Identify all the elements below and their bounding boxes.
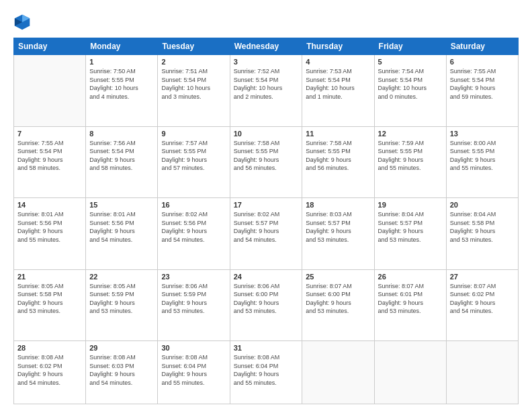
calendar-cell: 26Sunrise: 8:07 AMSunset: 6:01 PMDayligh… [374, 269, 446, 341]
day-number: 18 [306, 201, 370, 209]
calendar-cell: 8Sunrise: 7:56 AMSunset: 5:54 PMDaylight… [86, 126, 158, 198]
day-number: 29 [89, 344, 154, 352]
day-info: Sunrise: 8:04 AMSunset: 5:57 PMDaylight:… [378, 210, 443, 244]
day-info: Sunrise: 8:08 AMSunset: 6:02 PMDaylight:… [17, 353, 82, 387]
day-info: Sunrise: 8:04 AMSunset: 5:58 PMDaylight:… [450, 210, 515, 244]
day-number: 21 [17, 273, 82, 281]
day-info: Sunrise: 7:52 AMSunset: 5:54 PMDaylight:… [234, 67, 299, 101]
calendar-cell: 19Sunrise: 8:04 AMSunset: 5:57 PMDayligh… [374, 198, 446, 270]
day-number: 8 [89, 130, 154, 138]
day-number: 19 [378, 201, 443, 209]
day-info: Sunrise: 8:08 AMSunset: 6:04 PMDaylight:… [161, 353, 226, 387]
day-info: Sunrise: 8:02 AMSunset: 5:57 PMDaylight:… [234, 210, 299, 244]
calendar-cell: 2Sunrise: 7:51 AMSunset: 5:54 PMDaylight… [158, 55, 230, 127]
day-number: 27 [450, 273, 515, 281]
day-info: Sunrise: 7:55 AMSunset: 5:54 PMDaylight:… [17, 139, 82, 173]
day-info: Sunrise: 8:06 AMSunset: 6:00 PMDaylight:… [234, 282, 299, 316]
weekday-header-monday: Monday [86, 38, 158, 55]
day-number: 31 [234, 344, 299, 352]
calendar-cell: 3Sunrise: 7:52 AMSunset: 5:54 PMDaylight… [230, 55, 302, 127]
day-info: Sunrise: 7:50 AMSunset: 5:55 PMDaylight:… [89, 67, 154, 101]
day-info: Sunrise: 7:58 AMSunset: 5:55 PMDaylight:… [234, 139, 299, 173]
calendar-cell: 14Sunrise: 8:01 AMSunset: 5:56 PMDayligh… [14, 198, 86, 270]
day-number: 5 [378, 58, 443, 66]
weekday-header-saturday: Saturday [446, 38, 518, 55]
day-number: 7 [17, 130, 82, 138]
calendar-cell [374, 341, 446, 404]
calendar-cell: 4Sunrise: 7:53 AMSunset: 5:54 PMDaylight… [302, 55, 374, 127]
day-info: Sunrise: 8:05 AMSunset: 5:59 PMDaylight:… [89, 282, 154, 316]
day-number: 15 [89, 201, 154, 209]
day-number: 6 [450, 58, 515, 66]
calendar-cell: 29Sunrise: 8:08 AMSunset: 6:03 PMDayligh… [86, 341, 158, 404]
calendar-cell: 21Sunrise: 8:05 AMSunset: 5:58 PMDayligh… [14, 269, 86, 341]
day-info: Sunrise: 8:01 AMSunset: 5:56 PMDaylight:… [89, 210, 154, 244]
day-info: Sunrise: 8:08 AMSunset: 6:03 PMDaylight:… [89, 353, 154, 387]
day-number: 2 [161, 58, 226, 66]
day-number: 14 [17, 201, 82, 209]
day-info: Sunrise: 8:07 AMSunset: 6:00 PMDaylight:… [306, 282, 370, 316]
logo-icon [13, 12, 32, 31]
calendar-cell: 20Sunrise: 8:04 AMSunset: 5:58 PMDayligh… [446, 198, 518, 270]
logo [13, 12, 35, 31]
day-number: 1 [89, 58, 154, 66]
calendar-cell: 12Sunrise: 7:59 AMSunset: 5:55 PMDayligh… [374, 126, 446, 198]
calendar-cell: 24Sunrise: 8:06 AMSunset: 6:00 PMDayligh… [230, 269, 302, 341]
day-number: 9 [161, 130, 226, 138]
day-number: 13 [450, 130, 515, 138]
calendar-cell: 28Sunrise: 8:08 AMSunset: 6:02 PMDayligh… [14, 341, 86, 404]
calendar-cell: 17Sunrise: 8:02 AMSunset: 5:57 PMDayligh… [230, 198, 302, 270]
calendar-cell: 27Sunrise: 8:07 AMSunset: 6:02 PMDayligh… [446, 269, 518, 341]
calendar-cell: 10Sunrise: 7:58 AMSunset: 5:55 PMDayligh… [230, 126, 302, 198]
calendar-cell: 5Sunrise: 7:54 AMSunset: 5:54 PMDaylight… [374, 55, 446, 127]
day-number: 3 [234, 58, 299, 66]
calendar-cell: 13Sunrise: 8:00 AMSunset: 5:55 PMDayligh… [446, 126, 518, 198]
day-number: 23 [161, 273, 226, 281]
day-number: 10 [234, 130, 299, 138]
day-number: 24 [234, 273, 299, 281]
calendar-cell: 9Sunrise: 7:57 AMSunset: 5:55 PMDaylight… [158, 126, 230, 198]
day-number: 28 [17, 344, 82, 352]
calendar-cell: 15Sunrise: 8:01 AMSunset: 5:56 PMDayligh… [86, 198, 158, 270]
calendar-cell: 16Sunrise: 8:02 AMSunset: 5:56 PMDayligh… [158, 198, 230, 270]
calendar-cell: 25Sunrise: 8:07 AMSunset: 6:00 PMDayligh… [302, 269, 374, 341]
calendar-cell: 23Sunrise: 8:06 AMSunset: 5:59 PMDayligh… [158, 269, 230, 341]
day-number: 22 [89, 273, 154, 281]
day-number: 20 [450, 201, 515, 209]
day-info: Sunrise: 8:00 AMSunset: 5:55 PMDaylight:… [450, 139, 515, 173]
calendar-week-5: 28Sunrise: 8:08 AMSunset: 6:02 PMDayligh… [14, 341, 519, 404]
day-number: 12 [378, 130, 443, 138]
weekday-header-thursday: Thursday [302, 38, 374, 55]
weekday-header-wednesday: Wednesday [230, 38, 302, 55]
day-info: Sunrise: 7:55 AMSunset: 5:54 PMDaylight:… [450, 67, 515, 101]
weekday-header-tuesday: Tuesday [158, 38, 230, 55]
calendar-cell [14, 55, 86, 127]
weekday-header-friday: Friday [374, 38, 446, 55]
calendar-cell: 22Sunrise: 8:05 AMSunset: 5:59 PMDayligh… [86, 269, 158, 341]
day-number: 17 [234, 201, 299, 209]
day-info: Sunrise: 8:01 AMSunset: 5:56 PMDaylight:… [17, 210, 82, 244]
day-number: 4 [306, 58, 370, 66]
day-info: Sunrise: 8:08 AMSunset: 6:04 PMDaylight:… [234, 353, 299, 387]
day-number: 26 [378, 273, 443, 281]
day-info: Sunrise: 7:56 AMSunset: 5:54 PMDaylight:… [89, 139, 154, 173]
header [13, 12, 519, 31]
day-info: Sunrise: 7:51 AMSunset: 5:54 PMDaylight:… [161, 67, 226, 101]
day-info: Sunrise: 8:02 AMSunset: 5:56 PMDaylight:… [161, 210, 226, 244]
calendar-cell [302, 341, 374, 404]
calendar-cell [446, 341, 518, 404]
calendar-page: SundayMondayTuesdayWednesdayThursdayFrid… [0, 0, 532, 411]
calendar-week-2: 7Sunrise: 7:55 AMSunset: 5:54 PMDaylight… [14, 126, 519, 198]
day-info: Sunrise: 8:06 AMSunset: 5:59 PMDaylight:… [161, 282, 226, 316]
weekday-header-row: SundayMondayTuesdayWednesdayThursdayFrid… [14, 38, 519, 55]
calendar-week-1: 1Sunrise: 7:50 AMSunset: 5:55 PMDaylight… [14, 55, 519, 127]
calendar-cell: 31Sunrise: 8:08 AMSunset: 6:04 PMDayligh… [230, 341, 302, 404]
day-info: Sunrise: 8:07 AMSunset: 6:01 PMDaylight:… [378, 282, 443, 316]
day-info: Sunrise: 8:05 AMSunset: 5:58 PMDaylight:… [17, 282, 82, 316]
day-info: Sunrise: 7:54 AMSunset: 5:54 PMDaylight:… [378, 67, 443, 101]
day-info: Sunrise: 8:07 AMSunset: 6:02 PMDaylight:… [450, 282, 515, 316]
calendar-week-3: 14Sunrise: 8:01 AMSunset: 5:56 PMDayligh… [14, 198, 519, 270]
weekday-header-sunday: Sunday [14, 38, 86, 55]
calendar-table: SundayMondayTuesdayWednesdayThursdayFrid… [13, 38, 519, 404]
day-info: Sunrise: 7:53 AMSunset: 5:54 PMDaylight:… [306, 67, 370, 101]
